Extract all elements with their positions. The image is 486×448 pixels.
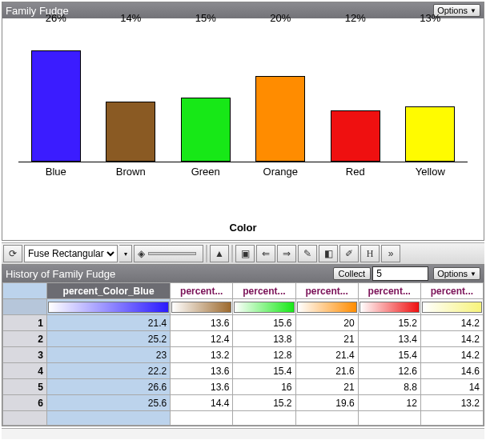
cell-blue[interactable]: 21.4 xyxy=(47,315,171,331)
bar-rect xyxy=(255,76,305,162)
options-label: Options xyxy=(437,269,468,278)
toolbar: ⟳ Fuse Rectangular ▾ ◈ ▲ ▣ ⇐ ⇒ ✎ ◧ ✐ H » xyxy=(2,242,484,264)
cell-orange[interactable]: 21 xyxy=(295,379,358,395)
cell-brown[interactable]: 12.4 xyxy=(171,331,233,347)
cell-red[interactable]: 12 xyxy=(358,395,420,411)
brush-icon: ✐ xyxy=(345,248,353,259)
cell-blue[interactable]: 23 xyxy=(47,347,171,363)
table-row[interactable]: 121.413.615.62015.214.2 xyxy=(3,315,484,331)
chart-category-labels: BlueBrownGreenOrangeRedYellow xyxy=(18,166,468,178)
back-tool[interactable]: ⇐ xyxy=(256,245,275,262)
cell-brown[interactable]: 14.4 xyxy=(171,395,233,411)
cell-green[interactable]: 15.2 xyxy=(233,395,295,411)
eraser-tool[interactable]: ◧ xyxy=(319,245,338,262)
table-row[interactable]: 225.212.413.82113.414.2 xyxy=(3,331,484,347)
fuse-mode-select[interactable]: Fuse Rectangular xyxy=(24,245,118,262)
cell-blue[interactable]: 22.2 xyxy=(47,363,171,379)
table-row[interactable]: 526.613.616218.814 xyxy=(3,379,484,395)
cell-yellow[interactable]: 14.2 xyxy=(420,315,483,331)
slider-track[interactable] xyxy=(148,252,196,255)
cube-tool[interactable]: ▣ xyxy=(235,245,255,262)
cell-brown[interactable]: 13.6 xyxy=(171,363,233,379)
bar-blue[interactable]: 26% xyxy=(18,26,94,162)
cell-red[interactable]: 15.4 xyxy=(358,347,420,363)
cell-green[interactable]: 16 xyxy=(233,379,295,395)
cell-red[interactable]: 8.8 xyxy=(358,379,420,395)
more-tools[interactable]: » xyxy=(381,245,400,262)
cell-yellow[interactable]: 14.2 xyxy=(420,347,483,363)
bar-orange[interactable]: 20% xyxy=(243,26,319,162)
bar-rect xyxy=(106,102,155,162)
table-row[interactable]: 32313.212.821.415.414.2 xyxy=(3,347,484,363)
cell-green[interactable]: 13.8 xyxy=(233,331,295,347)
column-header-blue[interactable]: percent_Color_Blue xyxy=(47,283,171,299)
cell-green[interactable]: 15.6 xyxy=(233,315,295,331)
history-options-button[interactable]: Options ▼ xyxy=(433,267,480,280)
row-number-header[interactable] xyxy=(3,283,47,299)
collect-input[interactable] xyxy=(372,266,428,281)
refresh-icon: ⟳ xyxy=(9,248,17,259)
cell-orange[interactable]: 21.4 xyxy=(295,347,358,363)
cell-blue[interactable]: 25.2 xyxy=(47,331,171,347)
cell-brown[interactable]: 13.6 xyxy=(171,315,233,331)
cell-yellow[interactable]: 14.2 xyxy=(420,331,483,347)
pencil-tool[interactable]: ✎ xyxy=(298,245,317,262)
bar-category-label: Brown xyxy=(94,166,169,178)
cell-orange[interactable]: 21 xyxy=(295,331,358,347)
cell-blue[interactable]: 25.6 xyxy=(47,395,171,411)
cell-green[interactable]: 15.4 xyxy=(233,363,295,379)
chart-x-axis-title: Color xyxy=(2,220,484,240)
bar-yellow[interactable]: 13% xyxy=(393,26,468,162)
cell-yellow[interactable]: 14.6 xyxy=(420,363,483,379)
cube-icon: ▣ xyxy=(241,248,250,259)
bar-category-label: Green xyxy=(168,166,243,178)
cell-orange[interactable]: 19.6 xyxy=(295,395,358,411)
pointer-tool[interactable]: ▲ xyxy=(210,245,229,262)
bar-percent-label: 26% xyxy=(18,12,94,24)
cell-brown[interactable]: 13.6 xyxy=(171,379,233,395)
status-bar xyxy=(2,428,484,439)
forward-tool[interactable]: ⇒ xyxy=(277,245,296,262)
cell-green[interactable]: 12.8 xyxy=(233,347,295,363)
gradient-swatch-blue xyxy=(47,299,171,315)
cell-red[interactable]: 15.2 xyxy=(358,315,420,331)
cell-yellow[interactable]: 13.2 xyxy=(420,395,483,411)
table-row-empty xyxy=(3,411,484,426)
cell-blue[interactable]: 26.6 xyxy=(47,379,171,395)
cell-orange[interactable]: 21.6 xyxy=(295,363,358,379)
table-row[interactable]: 422.213.615.421.612.614.6 xyxy=(3,363,484,379)
bar-green[interactable]: 15% xyxy=(168,26,243,162)
gradient-swatch-yellow xyxy=(420,299,483,315)
row-number: 4 xyxy=(3,363,47,379)
cell-red[interactable]: 12.6 xyxy=(358,363,420,379)
cell-red[interactable]: 13.4 xyxy=(358,331,420,347)
cell-orange[interactable]: 20 xyxy=(295,315,358,331)
bar-percent-label: 15% xyxy=(168,12,243,24)
collect-button[interactable]: Collect xyxy=(333,267,372,280)
column-header-yellow[interactable]: percent... xyxy=(420,283,483,299)
bar-brown[interactable]: 14% xyxy=(94,26,169,162)
forward-icon: ⇒ xyxy=(283,248,291,259)
bar-red[interactable]: 12% xyxy=(318,26,393,162)
toolbar-separator xyxy=(231,245,233,262)
row-number: 6 xyxy=(3,395,47,411)
cell-yellow[interactable]: 14 xyxy=(420,379,483,395)
bar-category-label: Orange xyxy=(243,166,319,178)
column-header-red[interactable]: percent... xyxy=(358,283,420,299)
text-tool[interactable]: H xyxy=(360,245,380,262)
cell-brown[interactable]: 13.2 xyxy=(171,347,233,363)
bar-category-label: Red xyxy=(318,166,393,178)
bar-percent-label: 20% xyxy=(243,12,319,24)
bar-rect xyxy=(405,106,455,162)
pencil-icon: ✎ xyxy=(303,248,311,259)
column-header-green[interactable]: percent... xyxy=(233,283,295,299)
table-row[interactable]: 625.614.415.219.61213.2 xyxy=(3,395,484,411)
history-panel-title: History of Family Fudge xyxy=(6,268,333,280)
column-header-brown[interactable]: percent... xyxy=(171,283,233,299)
brush-tool[interactable]: ✐ xyxy=(339,245,359,262)
gradient-swatch-green xyxy=(233,299,295,315)
slider-tool[interactable]: ◈ xyxy=(134,245,203,262)
column-header-orange[interactable]: percent... xyxy=(295,283,358,299)
fuse-mode-step[interactable]: ▾ xyxy=(119,245,132,262)
refresh-button[interactable]: ⟳ xyxy=(3,245,22,262)
